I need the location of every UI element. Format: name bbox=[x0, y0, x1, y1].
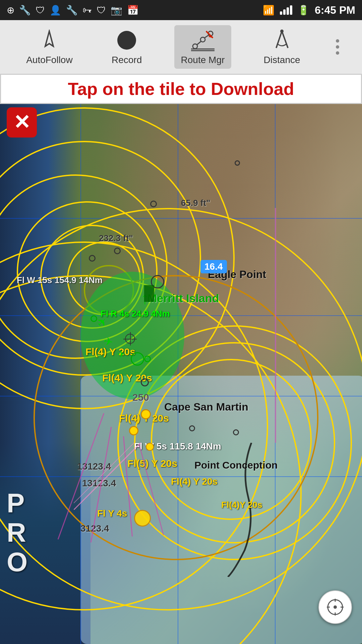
svg-point-2 bbox=[193, 44, 197, 49]
toolbar-distance[interactable]: Distance bbox=[257, 25, 307, 69]
pro-watermark: PRO bbox=[7, 488, 27, 577]
more-dot-3 bbox=[336, 51, 339, 55]
chart-mark-4 bbox=[141, 378, 149, 386]
svg-point-1 bbox=[117, 31, 136, 50]
svg-point-3 bbox=[200, 37, 205, 42]
more-dot-2 bbox=[336, 45, 339, 49]
map-view[interactable]: Tap on the tile to Download ✕ Eagle Poin… bbox=[0, 74, 362, 644]
chart-mark-green-1 bbox=[90, 315, 97, 322]
svg-point-13 bbox=[280, 30, 284, 33]
chart-mark-green-3 bbox=[131, 352, 144, 366]
shield-icon: 🛡 bbox=[36, 5, 45, 16]
autofollow-label: AutoFollow bbox=[26, 55, 73, 65]
shield2-icon: 🛡 bbox=[97, 5, 106, 16]
distance-badge-164: 16.4 bbox=[200, 260, 227, 273]
distance-label: Distance bbox=[264, 55, 300, 65]
clock: 6:45 PM bbox=[315, 4, 355, 16]
yellow-marker-3 bbox=[146, 443, 154, 451]
wrench2-icon: 🔧 bbox=[66, 5, 78, 16]
chart-mark-3 bbox=[89, 255, 96, 262]
toolbar-autofollow[interactable]: AutoFollow bbox=[19, 25, 79, 69]
location-button[interactable] bbox=[318, 590, 352, 624]
wrench-icon: 🔧 bbox=[19, 5, 31, 16]
key-icon: 🗝 bbox=[82, 5, 92, 16]
green-rect-indicator bbox=[144, 285, 154, 302]
toolbar: AutoFollow Record bbox=[0, 20, 362, 74]
toolbar-record[interactable]: Record bbox=[105, 25, 148, 69]
chart-mark-1 bbox=[150, 201, 157, 207]
more-dot-1 bbox=[336, 39, 339, 43]
autofollow-icon bbox=[38, 29, 61, 52]
status-bar: ⊕ 🔧 🛡 👤 🔧 🗝 🛡 📷 📅 📶 🔋 6:45 PM bbox=[0, 0, 362, 20]
record-icon bbox=[115, 29, 138, 52]
toolbar-more-button[interactable] bbox=[333, 36, 343, 58]
chart-mark-8 bbox=[235, 160, 240, 166]
pink-boundary-lines bbox=[74, 443, 141, 510]
svg-marker-0 bbox=[45, 31, 53, 46]
chart-mark-6 bbox=[189, 425, 195, 431]
routemgr-icon bbox=[191, 29, 215, 52]
black-winding-line bbox=[201, 443, 302, 577]
svg-point-15 bbox=[334, 605, 337, 609]
download-banner-text: Tap on the tile to Download bbox=[68, 79, 294, 99]
record-label: Record bbox=[112, 55, 142, 65]
close-icon: ✕ bbox=[13, 112, 30, 132]
status-icons-left: ⊕ 🔧 🛡 👤 🔧 🗝 🛡 📷 📅 bbox=[7, 5, 139, 16]
status-right: 📶 🔋 6:45 PM bbox=[263, 4, 355, 16]
vertical-purple-line bbox=[275, 208, 276, 443]
close-button[interactable]: ✕ bbox=[7, 107, 37, 138]
distance-icon bbox=[270, 29, 294, 52]
download-banner[interactable]: Tap on the tile to Download bbox=[0, 74, 362, 104]
photo-icon: 📷 bbox=[111, 5, 122, 16]
yellow-marker-4 bbox=[134, 510, 151, 527]
wifi-icon: 📶 bbox=[263, 5, 275, 16]
signal-bars bbox=[280, 5, 292, 15]
routemgr-label: Route Mgr bbox=[181, 55, 225, 65]
add-icon: ⊕ bbox=[7, 5, 14, 16]
person-icon: 👤 bbox=[50, 5, 61, 16]
yellow-marker-1 bbox=[141, 409, 151, 419]
yellow-marker-2 bbox=[129, 426, 138, 435]
battery-icon: 🔋 bbox=[298, 5, 309, 16]
toolbar-routemgr[interactable]: Route Mgr bbox=[174, 25, 232, 69]
calendar-icon: 📅 bbox=[127, 5, 139, 16]
chart-mark-green-2 bbox=[144, 356, 151, 362]
chart-mark-7 bbox=[233, 429, 239, 435]
chart-mark-2 bbox=[114, 248, 121, 254]
svg-line-5 bbox=[197, 41, 201, 45]
svg-line-6 bbox=[204, 35, 208, 38]
